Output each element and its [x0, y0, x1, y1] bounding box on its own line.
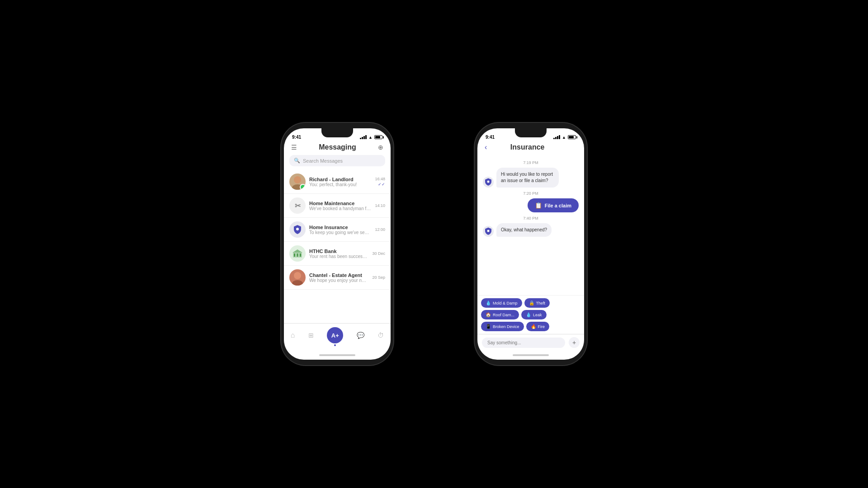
- read-check-icon: ✓✓: [378, 182, 385, 187]
- contact-preview-maintenance: We've booked a handyman for...: [309, 206, 371, 211]
- bubble-whathappened: Okay, what happened?: [496, 223, 552, 237]
- active-bubble: A+: [327, 327, 343, 343]
- avatar-insurance: [289, 221, 306, 238]
- svg-rect-4: [294, 253, 295, 257]
- contact-name-bank: HTHC Bank: [309, 249, 368, 254]
- battery-fill-2: [569, 136, 574, 138]
- file-claim-button[interactable]: 📋 File a claim: [528, 198, 579, 212]
- contact-meta-richard: 16:48 ✓✓: [375, 177, 385, 187]
- chip-theft-label: Theft: [536, 301, 546, 305]
- search-input-placeholder: Search Messages: [303, 158, 381, 164]
- contact-name-insurance: Home Insurance: [309, 225, 371, 230]
- chip-theft[interactable]: 🔒 Theft: [524, 298, 550, 308]
- chat-avatar-insurance-2: [483, 226, 494, 237]
- shield-icon-small: [293, 225, 302, 235]
- notch-2: [515, 128, 547, 137]
- nav-history[interactable]: ⏱: [377, 332, 384, 339]
- phone-screen-insurance: 9:41 ▲ ‹ Insurance: [477, 128, 584, 360]
- chat-header: ‹ Insurance: [477, 141, 584, 155]
- nav-grid[interactable]: ⊞: [308, 332, 314, 339]
- messaging-header: ☰ Messaging ⊕: [284, 141, 391, 155]
- contact-time-richard: 16:48: [375, 177, 385, 181]
- contact-name-richard: Richard - Landlord: [309, 177, 371, 182]
- chip-broken-device-icon: 📱: [486, 324, 491, 329]
- chip-leak[interactable]: 💧 Leak: [521, 310, 547, 319]
- menu-icon[interactable]: ☰: [291, 144, 297, 151]
- svg-marker-7: [292, 249, 302, 253]
- svg-point-2: [296, 228, 299, 230]
- chat-messages: 7:19 PM Hi would you like to report an i…: [477, 155, 584, 295]
- signal-icon: [360, 135, 367, 139]
- bank-icon: [292, 249, 302, 258]
- quick-replies: 💧 Mold & Damp 🔒 Theft 🏠 Roof Dam... 💧 Le…: [477, 295, 584, 334]
- svg-rect-5: [297, 253, 298, 257]
- chat-input-field[interactable]: [482, 338, 565, 348]
- avatar-chantel-img: [289, 269, 306, 286]
- contact-info-insurance: Home Insurance To keep you going we've s…: [309, 225, 371, 235]
- chat-plus-button[interactable]: +: [569, 337, 580, 348]
- svg-point-0: [294, 176, 301, 183]
- contact-time-maintenance: 14:10: [375, 203, 385, 208]
- signal-icon-2: [553, 135, 560, 139]
- contact-item-richard[interactable]: Richard - Landlord You: perfect, thank-y…: [284, 170, 391, 194]
- contact-meta-maintenance: 14:10: [375, 203, 385, 208]
- home-bar-1: [319, 354, 355, 356]
- page-title-messaging: Messaging: [319, 143, 356, 151]
- chat-input-area: +: [477, 334, 584, 351]
- chip-mold-damp[interactable]: 💧 Mold & Damp: [481, 298, 522, 308]
- chat-title: Insurance: [491, 143, 564, 151]
- contact-item-insurance[interactable]: Home Insurance To keep you going we've s…: [284, 218, 391, 242]
- notch: [321, 128, 353, 137]
- phone-messaging: 9:41 ▲ ☰ Messaging: [281, 123, 393, 365]
- chat-icon: 💬: [357, 332, 364, 339]
- signal-bar-3: [363, 136, 365, 139]
- contact-info-maintenance: Home Maintenance We've booked a handyman…: [309, 201, 371, 211]
- search-bar[interactable]: 🔍 Search Messages: [289, 155, 385, 166]
- contact-item-bank[interactable]: HTHC Bank Your rent has been successfull…: [284, 242, 391, 266]
- signal-bar-2: [362, 137, 363, 139]
- chip-fire[interactable]: 🔥 Fire: [526, 322, 550, 331]
- contact-preview-insurance: To keep you going we've sent you...: [309, 230, 371, 235]
- chip-roof-dam[interactable]: 🏠 Roof Dam...: [481, 310, 519, 319]
- contact-preview-richard: You: perfect, thank-you!: [309, 182, 371, 187]
- grid-icon: ⊞: [308, 332, 314, 339]
- chip-fire-label: Fire: [538, 324, 545, 329]
- chip-leak-icon: 💧: [526, 312, 531, 317]
- chip-broken-device[interactable]: 📱 Broken Device: [481, 322, 524, 331]
- signal-bar-2-1: [553, 138, 555, 139]
- contact-name-chantel: Chantel - Estate Agent: [309, 272, 368, 278]
- chip-mold-icon: 💧: [486, 300, 491, 305]
- svg-point-11: [487, 230, 490, 232]
- contact-meta-insurance: 12:00: [375, 227, 385, 232]
- bottom-nav: ⌂ ⊞ A+ 💬 ⏱: [284, 323, 391, 351]
- search-icon-header[interactable]: ⊕: [378, 144, 383, 151]
- online-dot: [300, 184, 306, 190]
- avatar-bank: [289, 245, 306, 262]
- contact-item-maintenance[interactable]: ✂ Home Maintenance We've booked a handym…: [284, 194, 391, 218]
- contact-info-chantel: Chantel - Estate Agent We hope you enjoy…: [309, 272, 368, 283]
- contact-meta-chantel: 20 Sep: [372, 275, 385, 280]
- svg-point-8: [294, 272, 301, 279]
- svg-point-10: [487, 181, 490, 183]
- search-bar-icon: 🔍: [294, 158, 300, 164]
- message-row-1: Hi would you like to report an issue or …: [483, 168, 579, 188]
- contact-time-bank: 30 Dec: [372, 251, 385, 256]
- back-button[interactable]: ‹: [485, 143, 487, 151]
- shield-chat-icon: [485, 178, 492, 186]
- phone-screen-messaging: 9:41 ▲ ☰ Messaging: [284, 128, 391, 360]
- contact-info-bank: HTHC Bank Your rent has been successfull…: [309, 249, 368, 259]
- nav-active-dot: [334, 344, 336, 346]
- contact-info-richard: Richard - Landlord You: perfect, thank-y…: [309, 177, 371, 187]
- wifi-icon-2: ▲: [562, 135, 566, 140]
- nav-home[interactable]: ⌂: [291, 331, 295, 339]
- nav-chat[interactable]: 💬: [357, 332, 364, 339]
- scene: 9:41 ▲ ☰ Messaging: [0, 0, 868, 488]
- status-time-2: 9:41: [486, 135, 495, 140]
- nav-messages-active[interactable]: A+: [327, 327, 343, 343]
- signal-bar-2-3: [557, 136, 558, 139]
- contact-item-chantel[interactable]: Chantel - Estate Agent We hope you enjoy…: [284, 266, 391, 290]
- signal-bar-2-4: [559, 135, 560, 139]
- status-icons-2: ▲: [553, 135, 576, 140]
- time-label-1: 7:19 PM: [483, 160, 579, 165]
- home-indicator-1: [284, 351, 391, 360]
